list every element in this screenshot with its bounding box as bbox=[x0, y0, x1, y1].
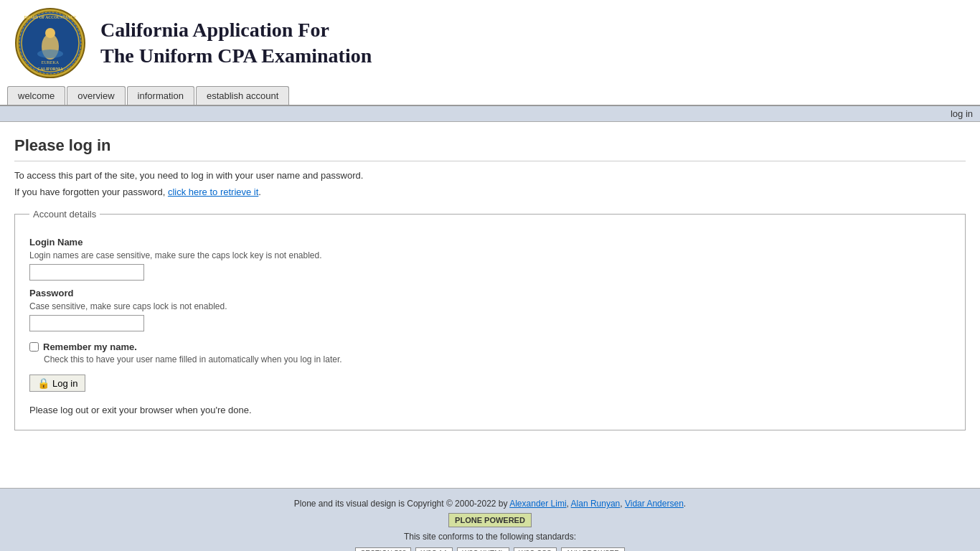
badge-section508: SECTION 508 bbox=[355, 547, 411, 551]
login-name-hint: Login names are case sensitive, make sur… bbox=[29, 250, 951, 260]
svg-point-6 bbox=[45, 28, 55, 38]
badge-css: W3C CSS bbox=[514, 547, 557, 551]
badge-anybrowser: ANY BROWSER bbox=[561, 547, 625, 551]
password-label: Password bbox=[29, 288, 951, 298]
svg-point-7 bbox=[37, 50, 63, 58]
tab-overview[interactable]: overview bbox=[67, 86, 125, 105]
site-title: California Application for the Uniform C… bbox=[100, 17, 372, 70]
badge-xhtml: W3C XHTML bbox=[457, 547, 509, 551]
fieldset-legend: Account details bbox=[29, 209, 100, 220]
site-logo: BOARD OF ACCOUNTANCY CALIFORNIA EUREKA bbox=[14, 7, 86, 79]
remember-checkbox[interactable] bbox=[29, 342, 39, 352]
page-title: Please log in bbox=[14, 136, 966, 161]
author-limi[interactable]: Alexander Limi bbox=[509, 499, 566, 509]
intro-text: To access this part of the site, you nee… bbox=[14, 170, 966, 181]
remember-section: Remember my name. bbox=[29, 342, 951, 352]
badge-wc3-aa: W3C AA bbox=[415, 547, 453, 551]
plone-powered-badge: PLONE POWERED bbox=[448, 513, 532, 527]
login-icon: 🔒 bbox=[37, 377, 50, 389]
tab-information[interactable]: information bbox=[127, 86, 194, 105]
forgot-password-link[interactable]: click here to retrieve it bbox=[168, 187, 258, 197]
tab-establish-account[interactable]: establish account bbox=[196, 86, 289, 105]
standards-badges: SECTION 508 W3C AA W3C XHTML W3C CSS ANY… bbox=[7, 547, 973, 551]
login-bar-link[interactable]: log in bbox=[951, 108, 973, 119]
tab-welcome[interactable]: welcome bbox=[7, 86, 65, 105]
login-name-input[interactable] bbox=[29, 264, 144, 281]
remember-hint: Check this to have your user name filled… bbox=[44, 354, 951, 364]
logout-notice: Please log out or exit your browser when… bbox=[29, 405, 951, 415]
password-hint: Case sensitive, make sure caps lock is n… bbox=[29, 301, 951, 311]
remember-label[interactable]: Remember my name. bbox=[43, 342, 137, 352]
svg-text:CALIFORNIA: CALIFORNIA bbox=[37, 67, 62, 71]
main-navigation: welcome overview information establish a… bbox=[0, 86, 980, 106]
author-runyan[interactable]: Alan Runyan bbox=[571, 499, 621, 509]
login-button[interactable]: 🔒 Log in bbox=[29, 375, 85, 392]
password-input[interactable] bbox=[29, 315, 144, 331]
svg-text:EUREKA: EUREKA bbox=[42, 60, 60, 65]
page-header: BOARD OF ACCOUNTANCY CALIFORNIA EUREKA C… bbox=[0, 0, 980, 86]
page-footer: Plone and its visual design is Copyright… bbox=[0, 488, 980, 551]
standards-text: This site conforms to the following stan… bbox=[7, 532, 973, 542]
forgot-password-text: If you have forgotten your password, cli… bbox=[14, 187, 966, 197]
login-name-label: Login Name bbox=[29, 237, 951, 248]
author-andersen[interactable]: Vidar Andersen bbox=[625, 499, 684, 509]
login-bar: log in bbox=[0, 106, 980, 122]
svg-text:BOARD OF ACCOUNTANCY: BOARD OF ACCOUNTANCY bbox=[24, 15, 76, 19]
account-details-fieldset: Account details Login Name Login names a… bbox=[14, 209, 966, 430]
footer-copyright: Plone and its visual design is Copyright… bbox=[7, 499, 973, 509]
main-content: Please log in To access this part of the… bbox=[0, 122, 980, 459]
